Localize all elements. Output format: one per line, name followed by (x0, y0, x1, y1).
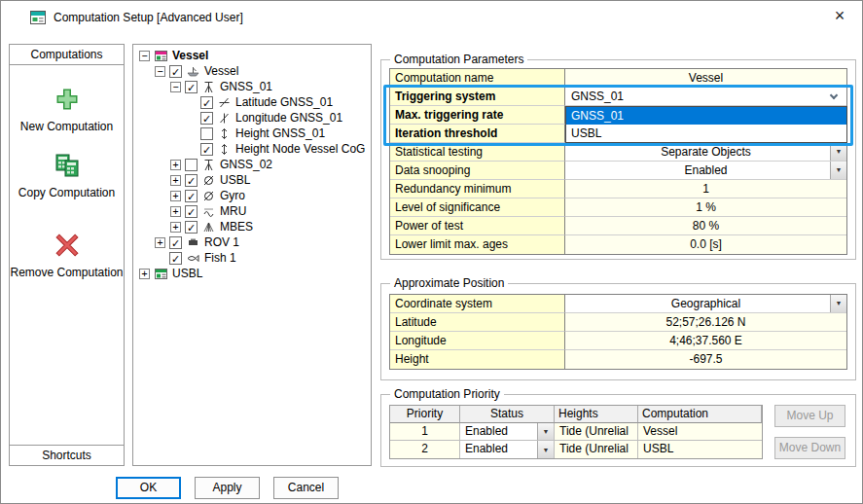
checkbox-checked[interactable]: ✓ (185, 190, 198, 202)
value-text: Enabled (684, 163, 727, 177)
cancel-button[interactable]: Cancel (273, 477, 339, 499)
column-header: Heights (555, 406, 638, 423)
tree-item-height-node-vessel-cog[interactable]: ✓ Height Node Vessel CoG (133, 141, 371, 157)
vessel-icon (186, 64, 200, 78)
checkbox-checked[interactable]: ✓ (169, 236, 182, 249)
lower-limit-max-ages-value[interactable]: 0.0 [s] (565, 235, 846, 254)
longitude-value[interactable]: 4;46;37.560 E (565, 332, 846, 350)
computation-name-value[interactable]: Vessel (565, 69, 846, 88)
status-combobox[interactable]: Enabled ▼ (460, 423, 555, 441)
tree-item-mru[interactable]: + ✓ MRU (133, 203, 371, 219)
expand-icon[interactable]: + (170, 160, 181, 170)
table-row: Power of test 80 % (390, 217, 846, 235)
priority-cell[interactable]: 2 (390, 441, 460, 458)
tree-item-latitude-gnss-01[interactable]: ✓ Latitude GNSS_01 (133, 94, 371, 110)
tree-item-usbl[interactable]: + ✓ USBL (133, 172, 371, 188)
sidebar-header-computations[interactable]: Computations (10, 45, 124, 65)
tree-item-vessel-root[interactable]: − Vessel (133, 48, 371, 63)
combo-arrow-button[interactable]: ▼ (830, 143, 846, 161)
tree-item-gnss-02[interactable]: + GNSS_02 (133, 157, 371, 172)
tree-item-rov-1[interactable]: + ✓ ROV 1 (133, 234, 371, 250)
status-combobox[interactable]: Enabled ▼ (460, 441, 555, 458)
column-header: Priority (390, 406, 460, 423)
collapse-icon[interactable]: − (170, 82, 181, 92)
check-icon: ✓ (170, 66, 181, 77)
combo-arrow-button[interactable]: ▼ (830, 295, 846, 312)
shortcuts-button[interactable]: Shortcuts (10, 445, 124, 465)
priority-table: Priority Status Heights Computation 1 En… (389, 405, 763, 459)
tree-item-usbl-root[interactable]: + USBL (133, 266, 371, 281)
column-header: Status (460, 406, 555, 423)
checkbox-checked[interactable]: ✓ (185, 174, 198, 187)
copy-computation-button[interactable]: Copy Computation (10, 153, 124, 199)
remove-computation-button[interactable]: Remove Computation (10, 233, 124, 279)
fish-icon (186, 251, 200, 265)
move-down-button[interactable]: Move Down (774, 437, 845, 459)
checkbox-unchecked[interactable] (200, 127, 213, 140)
tree-item-gyro[interactable]: + ✓ Gyro (133, 188, 371, 203)
group-title: Computation Priority (390, 387, 504, 401)
table-row: Triggering system GNSS_01 (390, 88, 846, 106)
expand-icon[interactable]: + (170, 175, 181, 186)
checkbox-checked[interactable]: ✓ (200, 143, 213, 156)
statistical-testing-combobox[interactable]: Separate Objects ▼ (565, 143, 846, 162)
table-row: Computation name Vessel (390, 69, 846, 88)
apply-button[interactable]: Apply (195, 477, 260, 499)
expand-icon[interactable]: + (170, 206, 181, 217)
coordinate-system-combobox[interactable]: Geographical ▼ (565, 295, 846, 313)
gyro-icon (201, 189, 216, 202)
tree-item-fish-1[interactable]: ✓ Fish 1 (133, 250, 371, 266)
collapse-icon[interactable]: − (139, 51, 150, 61)
collapse-icon[interactable]: − (155, 66, 165, 77)
triggering-system-combobox[interactable]: GNSS_01 (565, 88, 846, 106)
tree-item-longitude-gnss-01[interactable]: ✓ Longitude GNSS_01 (133, 110, 371, 126)
latitude-value[interactable]: 52;57;26.126 N (565, 313, 846, 332)
checkbox-checked[interactable]: ✓ (185, 221, 198, 234)
height-value[interactable]: -697.5 (565, 350, 846, 369)
combo-arrow-button[interactable]: ▼ (537, 441, 554, 458)
tree-item-label: Latitude GNSS_01 (235, 95, 333, 109)
ok-button[interactable]: OK (116, 477, 181, 499)
latitude-icon (217, 95, 232, 109)
combo-arrow-button[interactable]: ▼ (830, 162, 846, 179)
tree-item-gnss-01[interactable]: − ✓ GNSS_01 (133, 79, 371, 94)
value-text: 1 % (696, 200, 716, 214)
close-icon[interactable]: × (829, 6, 850, 27)
expand-icon[interactable]: + (139, 269, 150, 279)
heights-cell[interactable]: Tide (Unrelial (555, 423, 638, 441)
priority-cell[interactable]: 1 (390, 423, 460, 441)
expand-icon[interactable]: + (170, 222, 181, 233)
checkbox-unchecked[interactable] (185, 159, 198, 171)
tree-item-vessel[interactable]: − ✓ Vessel (133, 63, 371, 79)
value-text: Enabled (465, 424, 508, 438)
move-up-button[interactable]: Move Up (774, 405, 845, 427)
heights-cell[interactable]: Tide (Unrelial (555, 441, 638, 458)
check-icon: ✓ (186, 222, 197, 233)
checkbox-checked[interactable]: ✓ (185, 81, 198, 93)
checkbox-checked[interactable]: ✓ (200, 112, 213, 125)
checkbox-checked[interactable]: ✓ (169, 252, 182, 265)
redundancy-minimum-value[interactable]: 1 (565, 180, 846, 198)
new-computation-button[interactable]: New Computation (10, 87, 124, 133)
tree-item-height-gnss-01[interactable]: Height GNSS_01 (133, 126, 371, 141)
checkbox-checked[interactable]: ✓ (169, 65, 182, 78)
parameters-table: Computation name Vessel Triggering syste… (389, 68, 847, 255)
dropdown-option-usbl[interactable]: USBL (566, 125, 846, 142)
chevron-down-icon[interactable] (830, 91, 838, 99)
checkbox-checked[interactable]: ✓ (185, 205, 198, 218)
computation-cell[interactable]: USBL (638, 441, 762, 458)
level-of-significance-value[interactable]: 1 % (565, 198, 846, 217)
tree-item-mbes[interactable]: + ✓ MBES (133, 219, 371, 234)
check-icon: ✓ (186, 82, 197, 92)
power-of-test-value[interactable]: 80 % (565, 217, 846, 235)
dropdown-option-gnss-01[interactable]: GNSS_01 (566, 107, 846, 125)
window-title: Computation Setup [Advanced User] (54, 11, 243, 24)
computation-cell[interactable]: Vessel (638, 423, 762, 441)
expand-icon[interactable]: + (155, 237, 165, 248)
data-snooping-combobox[interactable]: Enabled ▼ (565, 162, 846, 180)
tree-item-label: MBES (220, 220, 253, 234)
combo-arrow-button[interactable]: ▼ (537, 423, 554, 440)
expand-icon[interactable]: + (170, 191, 181, 201)
column-header: Computation (638, 406, 762, 423)
checkbox-checked[interactable]: ✓ (200, 96, 213, 109)
